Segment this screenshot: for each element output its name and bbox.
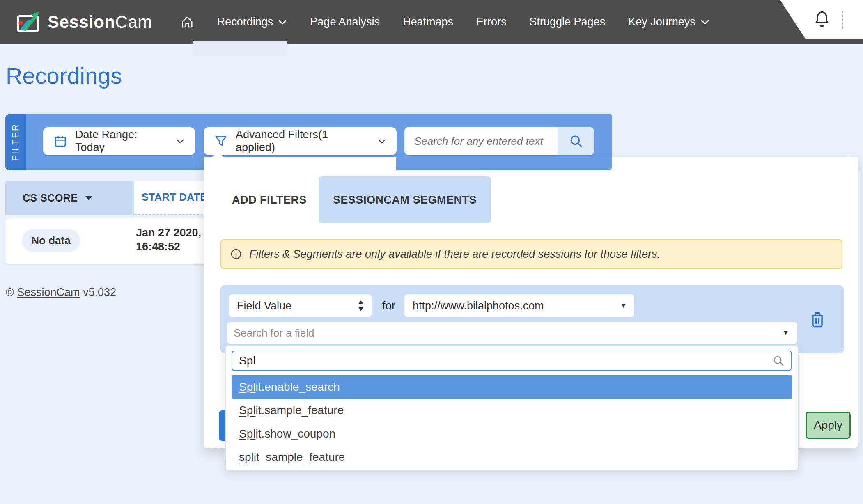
field-results-list: Split.enable_search Split.sample_feature… (232, 375, 792, 469)
header-utility-area (780, 0, 863, 39)
list-item-split-sample-feature[interactable]: Split.sample_feature (232, 399, 792, 422)
notifications-button[interactable] (814, 10, 830, 29)
date-range-button[interactable]: Date Range: Today (43, 127, 195, 155)
updown-arrows-icon (358, 300, 364, 312)
nav-item-struggle-pages[interactable]: Struggle Pages (530, 16, 606, 28)
logo-chart-icon (16, 11, 42, 34)
brand-name: SessionCam (48, 12, 152, 32)
apply-button[interactable]: Apply (806, 412, 851, 439)
panel-notch (212, 152, 224, 157)
nav-item-page-analysis[interactable]: Page Analysis (310, 16, 380, 28)
search-input[interactable] (404, 127, 558, 155)
nav-item-errors[interactable]: Errors (476, 16, 507, 28)
brand-logo[interactable]: SessionCam (16, 11, 152, 34)
info-banner: Filters & Segments are only available if… (220, 239, 842, 269)
funnel-icon (214, 135, 227, 148)
list-item-split-sample-feature-2[interactable]: split_sample_feature (232, 445, 792, 469)
copyright-footer: © SessionCam v5.032 (6, 286, 116, 299)
field-query-input-wrap (232, 351, 792, 371)
delete-filter-button[interactable] (806, 308, 829, 331)
main-nav: Recordings Page Analysis Heatmaps Errors… (180, 15, 709, 29)
panel-tabs: ADD FILTERS SESSIONCAM SEGMENTS (220, 176, 491, 223)
site-select[interactable]: http://www.bilalphotos.com ▼ (404, 294, 634, 317)
search-icon (569, 134, 583, 149)
field-query-input[interactable] (232, 354, 772, 367)
advanced-filters-panel: ADD FILTERS SESSIONCAM SEGMENTS Filters … (204, 157, 858, 448)
connector-label: for (377, 294, 400, 317)
sort-desc-icon[interactable] (85, 195, 93, 201)
nav-item-recordings[interactable]: Recordings (217, 16, 287, 28)
dropdown-arrow-icon: ▼ (620, 302, 627, 310)
filter-tab[interactable]: FILTER (5, 114, 26, 170)
app-header: SessionCam Recordings Page Analysis Heat… (0, 0, 863, 44)
field-type-select[interactable]: Field Value (229, 294, 372, 317)
bell-icon (814, 10, 830, 29)
search-icon (772, 355, 785, 367)
calendar-icon (54, 135, 67, 148)
home-icon (180, 15, 194, 29)
version-label: v5.032 (83, 286, 116, 298)
dropdown-arrow-icon: ▼ (782, 329, 789, 337)
trash-icon (810, 311, 825, 328)
advanced-filters-button[interactable]: Advanced Filters(1 applied) (204, 127, 397, 155)
list-item-split-show-coupon[interactable]: Split.show_coupon (232, 422, 792, 445)
info-icon (230, 248, 242, 260)
chevron-down-icon (176, 139, 184, 144)
filter-tab-label: FILTER (10, 123, 21, 161)
active-nav-indicator (193, 41, 287, 56)
chevron-down-icon (700, 19, 709, 25)
overflow-menu-icon[interactable] (842, 11, 843, 29)
list-item-split-enable-search[interactable]: Split.enable_search (232, 375, 792, 399)
start-date-value: Jan 27 2020, 16:48:52 (136, 226, 201, 254)
tab-add-filters[interactable]: ADD FILTERS (220, 176, 319, 223)
filter-bar-bottom-strip (396, 157, 612, 170)
field-search-select[interactable]: Search for a field ▼ (227, 322, 797, 344)
nav-item-heatmaps[interactable]: Heatmaps (403, 16, 453, 28)
field-search-popup: Split.enable_search Split.sample_feature… (225, 345, 799, 471)
nav-item-key-journeys[interactable]: Key Journeys (628, 16, 709, 28)
sessioncam-link[interactable]: SessionCam (17, 286, 80, 298)
copyright-symbol: © (6, 286, 14, 298)
column-header-cs-score[interactable]: CS SCORE (5, 181, 134, 215)
chevron-down-icon (378, 139, 386, 144)
field-select-placeholder: Search for a field (234, 327, 314, 339)
info-banner-text: Filters & Segments are only available if… (249, 248, 660, 261)
page-title: Recordings (6, 62, 122, 89)
chevron-down-icon (278, 19, 287, 25)
text-search-group (404, 127, 594, 155)
home-nav-button[interactable] (180, 15, 194, 29)
cs-score-badge: No data (22, 229, 80, 252)
search-button[interactable] (558, 127, 594, 155)
tab-sessioncam-segments[interactable]: SESSIONCAM SEGMENTS (319, 176, 491, 223)
